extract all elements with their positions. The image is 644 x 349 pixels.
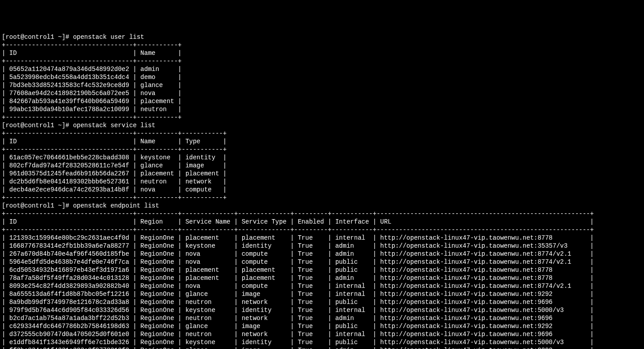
endpoint-table: +----------------------------------+----… <box>2 210 594 349</box>
prompt: [root@control1 ~]# <box>2 33 73 41</box>
command-user-list: openstack user list <box>73 33 144 41</box>
command-service-list: openstack service list <box>73 122 156 129</box>
command-endpoint-list: openstack endpoint list <box>73 202 159 209</box>
user-table: +----------------------------------+----… <box>2 42 182 121</box>
terminal-output[interactable]: [root@control1 ~]# openstack user list +… <box>2 33 642 349</box>
prompt: [root@control1 ~]# <box>2 122 73 129</box>
service-table: +----------------------------------+----… <box>2 130 227 201</box>
prompt: [root@control1 ~]# <box>2 202 73 209</box>
